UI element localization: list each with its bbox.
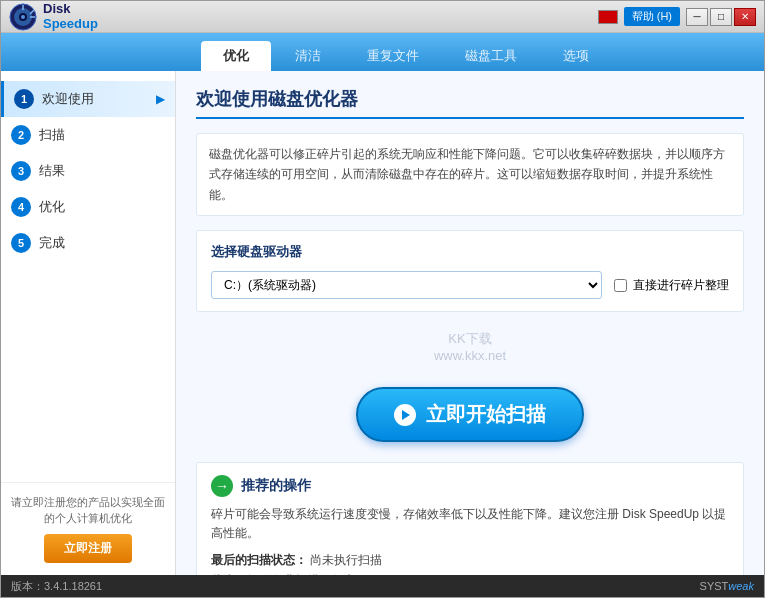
step-1-number: 1 xyxy=(14,89,34,109)
step-1-arrow: ▶ xyxy=(156,92,165,106)
tab-clean[interactable]: 清洁 xyxy=(273,41,343,71)
content-area: 欢迎使用磁盘优化器 磁盘优化器可以修正碎片引起的系统无响应和性能下降问题。它可以… xyxy=(176,71,764,575)
minimize-button[interactable]: ─ xyxy=(686,8,708,26)
rec-title: 推荐的操作 xyxy=(241,477,311,495)
watermark-text-1: KK下载 xyxy=(448,331,491,346)
logo-speedup: Speedup xyxy=(43,17,98,31)
tab-options[interactable]: 选项 xyxy=(541,41,611,71)
nav-tabs: 优化 清洁 重复文件 磁盘工具 选项 xyxy=(1,33,764,71)
title-bar-right: 帮助 (H) ─ □ ✕ xyxy=(598,7,756,26)
main-layout: 1 欢迎使用 ▶ 2 扫描 3 结果 4 优化 5 完成 请立即注册您 xyxy=(1,71,764,575)
sidebar-item-complete[interactable]: 5 完成 xyxy=(1,225,175,261)
maximize-button[interactable]: □ xyxy=(710,8,732,26)
step-5-number: 5 xyxy=(11,233,31,253)
window-controls: ─ □ ✕ xyxy=(686,8,756,26)
language-flag[interactable] xyxy=(598,10,618,24)
drive-select[interactable]: C:）(系统驱动器) xyxy=(211,271,602,299)
content-description: 磁盘优化器可以修正碎片引起的系统无响应和性能下降问题。它可以收集碎碎数据块，并以… xyxy=(196,133,744,216)
rec-status: 最后的扫描状态： 尚未执行扫描 xyxy=(211,552,729,569)
logo-disk: Disk xyxy=(43,2,98,16)
drive-row: C:）(系统驱动器) 直接进行碎片整理 xyxy=(211,271,729,299)
tab-disk-tools[interactable]: 磁盘工具 xyxy=(443,41,539,71)
version-bar: 版本：3.4.1.18261 SYSTweak xyxy=(1,575,764,597)
step-2-number: 2 xyxy=(11,125,31,145)
scan-button-wrapper: 立即开始扫描 xyxy=(196,387,744,442)
tab-duplicate[interactable]: 重复文件 xyxy=(345,41,441,71)
title-bar-left: Disk Speedup xyxy=(9,2,98,31)
register-button[interactable]: 立即注册 xyxy=(44,534,132,563)
watermark: KK下载 www.kkx.net xyxy=(196,326,744,367)
step-4-label: 优化 xyxy=(39,198,65,216)
drive-section-title: 选择硬盘驱动器 xyxy=(211,243,729,261)
rec-status-value: 尚未执行扫描 xyxy=(310,553,382,567)
version-text: 版本：3.4.1.18261 xyxy=(11,579,102,594)
sidebar: 1 欢迎使用 ▶ 2 扫描 3 结果 4 优化 5 完成 请立即注册您 xyxy=(1,71,176,575)
step-2-label: 扫描 xyxy=(39,126,65,144)
sidebar-item-results[interactable]: 3 结果 xyxy=(1,153,175,189)
recommendation-box: → 推荐的操作 碎片可能会导致系统运行速度变慢，存储效率低下以及性能下降。建议您… xyxy=(196,462,744,575)
logo-text: Disk Speedup xyxy=(43,2,98,31)
register-text: 请立即注册您的产品以实现全面的个人计算机优化 xyxy=(11,495,165,526)
rec-title-row: → 推荐的操作 xyxy=(211,475,729,497)
scan-button-label: 立即开始扫描 xyxy=(426,401,546,428)
tab-optimize[interactable]: 优化 xyxy=(201,41,271,71)
main-window: Disk Speedup 帮助 (H) ─ □ ✕ 优化 清洁 重复文件 磁盘工… xyxy=(0,0,765,598)
help-button[interactable]: 帮助 (H) xyxy=(624,7,680,26)
defrag-checkbox-label: 直接进行碎片整理 xyxy=(633,277,729,294)
svg-point-3 xyxy=(21,15,25,19)
rec-icon: → xyxy=(211,475,233,497)
disk-speedup-logo-icon xyxy=(9,3,37,31)
step-4-number: 4 xyxy=(11,197,31,217)
close-button[interactable]: ✕ xyxy=(734,8,756,26)
defrag-checkbox[interactable] xyxy=(614,279,627,292)
title-bar: Disk Speedup 帮助 (H) ─ □ ✕ xyxy=(1,1,764,33)
rec-description: 碎片可能会导致系统运行速度变慢，存储效率低下以及性能下降。建议您注册 Disk … xyxy=(211,505,729,543)
step-3-label: 结果 xyxy=(39,162,65,180)
scan-button[interactable]: 立即开始扫描 xyxy=(356,387,584,442)
step-1-label: 欢迎使用 xyxy=(42,90,94,108)
drive-section: 选择硬盘驱动器 C:）(系统驱动器) 直接进行碎片整理 xyxy=(196,230,744,312)
rec-status-label: 最后的扫描状态： xyxy=(211,553,307,567)
step-5-label: 完成 xyxy=(39,234,65,252)
systweak-brand: SYSTweak xyxy=(700,580,754,592)
page-title: 欢迎使用磁盘优化器 xyxy=(196,87,744,119)
scan-play-icon xyxy=(394,404,416,426)
sidebar-item-optimize[interactable]: 4 优化 xyxy=(1,189,175,225)
step-3-number: 3 xyxy=(11,161,31,181)
sidebar-item-welcome[interactable]: 1 欢迎使用 ▶ xyxy=(1,81,175,117)
sidebar-item-scan[interactable]: 2 扫描 xyxy=(1,117,175,153)
watermark-text-2: www.kkx.net xyxy=(434,348,506,363)
defrag-checkbox-row: 直接进行碎片整理 xyxy=(614,277,729,294)
sidebar-register-section: 请立即注册您的产品以实现全面的个人计算机优化 立即注册 xyxy=(1,482,175,575)
